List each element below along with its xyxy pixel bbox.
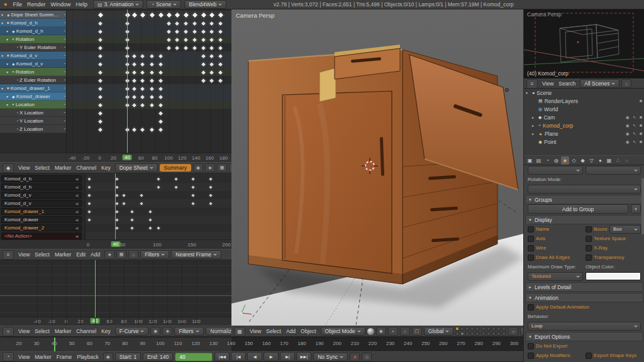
- keyframe-diamond[interactable]: [208, 53, 214, 60]
- menu-select[interactable]: Select: [32, 328, 52, 334]
- properties-tab-scene[interactable]: ◔: [543, 156, 552, 165]
- mute-icon[interactable]: ∙: [61, 102, 63, 106]
- keyframe-diamond[interactable]: [200, 45, 206, 52]
- nla-keyframe[interactable]: [138, 193, 143, 198]
- keyframe-diamond[interactable]: [200, 11, 207, 18]
- nla-keyframe[interactable]: [87, 177, 92, 182]
- nla-keyframe[interactable]: [87, 185, 92, 190]
- cabinet-object[interactable]: [248, 45, 518, 284]
- nla-keyframe[interactable]: [87, 193, 92, 198]
- groups-panel-header[interactable]: ▼Groups: [525, 195, 643, 204]
- add-group-plus-button[interactable]: +: [631, 204, 641, 214]
- filter-selected-icon[interactable]: ◈: [162, 327, 172, 336]
- keyframe-diamond[interactable]: [97, 86, 103, 92]
- nla-track-lane[interactable]: [85, 175, 231, 183]
- manipulator-translate-icon[interactable]: +: [388, 327, 398, 336]
- channel-z-location[interactable]: •Z Location∙▪: [0, 125, 66, 133]
- keyframe-diamond[interactable]: [208, 70, 214, 76]
- lock-icon[interactable]: ▪: [64, 62, 66, 65]
- renderability-camera-icon[interactable]: ■: [639, 123, 643, 128]
- manipulator-rotate-icon[interactable]: ○: [400, 327, 410, 336]
- jump-to-end-button[interactable]: ▶▶|: [296, 352, 311, 361]
- play-reverse-button[interactable]: ◀: [247, 352, 262, 361]
- keyframe-diamond[interactable]: [148, 94, 155, 101]
- keyframe-diamond[interactable]: [218, 62, 224, 68]
- play-button[interactable]: ▶: [264, 352, 279, 361]
- nla-keyframe[interactable]: [87, 201, 92, 206]
- keyframe-diamond[interactable]: [200, 53, 206, 60]
- keyframe-diamond[interactable]: [183, 21, 189, 27]
- menu-select[interactable]: Select: [264, 328, 284, 334]
- nla-track-lane[interactable]: [85, 199, 231, 207]
- renderability-camera-icon[interactable]: ■: [639, 99, 643, 103]
- keyframe-diamond[interactable]: [157, 70, 164, 76]
- expand-arrow-icon[interactable]: ▸: [532, 123, 536, 128]
- menu-render[interactable]: Render: [25, 1, 48, 8]
- keyframe-diamond[interactable]: [140, 11, 147, 18]
- nla-keyframe[interactable]: [208, 185, 213, 190]
- search-icon[interactable]: ○: [621, 79, 631, 88]
- selectability-cursor-icon[interactable]: ↖: [632, 131, 637, 136]
- keyframe-diamond[interactable]: [192, 11, 199, 18]
- nla-track-komod-d-h[interactable]: Komod_d_h◂): [1, 175, 82, 182]
- nla-keyframe[interactable]: [156, 177, 161, 182]
- menu-frame[interactable]: Frame: [54, 354, 75, 360]
- nla-keyframe[interactable]: [191, 193, 196, 198]
- keyframe-diamond[interactable]: [97, 37, 103, 43]
- lock-icon[interactable]: ▪: [64, 94, 66, 98]
- transform-field[interactable]: [528, 166, 583, 175]
- properties-tab-material[interactable]: ●: [596, 156, 604, 165]
- outliner-item-cam[interactable]: ▸◆Cam◉↖■: [524, 113, 644, 121]
- mute-icon[interactable]: ∙: [61, 53, 63, 57]
- expand-arrow-icon[interactable]: ▾: [1, 13, 6, 17]
- wire-checkbox[interactable]: [528, 245, 534, 251]
- nla-track--no-action-[interactable]: <No Action>◂): [1, 233, 82, 239]
- keyframe-diamond[interactable]: [131, 94, 138, 101]
- outliner-item-scene[interactable]: ▾●Scene: [524, 89, 644, 97]
- keyframe-diamond[interactable]: [183, 45, 189, 52]
- editor-type-icon[interactable]: ◆: [3, 163, 14, 173]
- keyframe-diamond[interactable]: [140, 127, 146, 133]
- nla-keyframe[interactable]: [130, 217, 135, 222]
- menu-file[interactable]: File: [10, 1, 25, 8]
- speaker-mute-icon[interactable]: ◂): [75, 201, 79, 206]
- behavior-dropdown[interactable]: Loop: [528, 322, 641, 331]
- export-shape-keys-checkbox[interactable]: [586, 353, 592, 359]
- prev-keyframe-button[interactable]: |◀: [231, 352, 246, 361]
- channel-location[interactable]: ▾●Location∙▪: [0, 101, 66, 109]
- nla-keyframe[interactable]: [191, 177, 196, 182]
- export-options-panel-header[interactable]: ▼Export Options: [525, 332, 643, 341]
- keyframe-diamond[interactable]: [97, 94, 103, 101]
- lock-icon[interactable]: ▪: [64, 13, 66, 16]
- nla-track-komod-drawer-1[interactable]: Komod_drawer_1◂): [1, 208, 82, 215]
- menu-view[interactable]: View: [16, 251, 32, 258]
- keyframe-diamond[interactable]: [192, 21, 198, 27]
- menu-marker[interactable]: Marker: [52, 165, 74, 171]
- editor-type-icon[interactable]: ▦: [234, 327, 245, 336]
- nla-keyframe[interactable]: [191, 201, 196, 206]
- xray-checkbox[interactable]: [586, 245, 592, 251]
- keyframe-diamond[interactable]: [131, 78, 138, 84]
- nla-keyframe[interactable]: [148, 209, 153, 214]
- menu-help[interactable]: Help: [74, 1, 91, 8]
- speaker-mute-icon[interactable]: ◂): [75, 234, 79, 238]
- nla-strip-area[interactable]: [85, 173, 231, 240]
- nla-track-komod-d-v[interactable]: Komod_d_v◂): [1, 192, 82, 199]
- filters-dropdown[interactable]: Filters: [140, 250, 169, 259]
- engine-selector[interactable]: Blend4Web: [184, 0, 226, 9]
- keyframe-diamond[interactable]: [208, 11, 215, 18]
- expand-arrow-icon[interactable]: ▾: [6, 29, 11, 33]
- speaker-mute-icon[interactable]: ◂): [75, 217, 79, 222]
- frame-end-field[interactable]: End: 140: [143, 353, 173, 361]
- menu-view[interactable]: View: [16, 328, 32, 334]
- rotation-mode-dropdown[interactable]: [528, 185, 641, 194]
- menu-view[interactable]: View: [16, 354, 32, 360]
- nla-keyframe[interactable]: [87, 217, 92, 222]
- max-draw-type-dropdown[interactable]: Textured: [528, 272, 583, 281]
- channel-komod-d-v[interactable]: ▾◆Komod_d_v∙▪: [0, 60, 66, 68]
- outliner-display-mode-selector[interactable]: All Scenes: [580, 79, 619, 88]
- manipulator-scale-icon[interactable]: ▢: [412, 327, 422, 336]
- pivot-center-icon[interactable]: ◉: [376, 327, 386, 336]
- renderability-camera-icon[interactable]: ■: [639, 140, 643, 144]
- mute-icon[interactable]: ∙: [61, 70, 63, 74]
